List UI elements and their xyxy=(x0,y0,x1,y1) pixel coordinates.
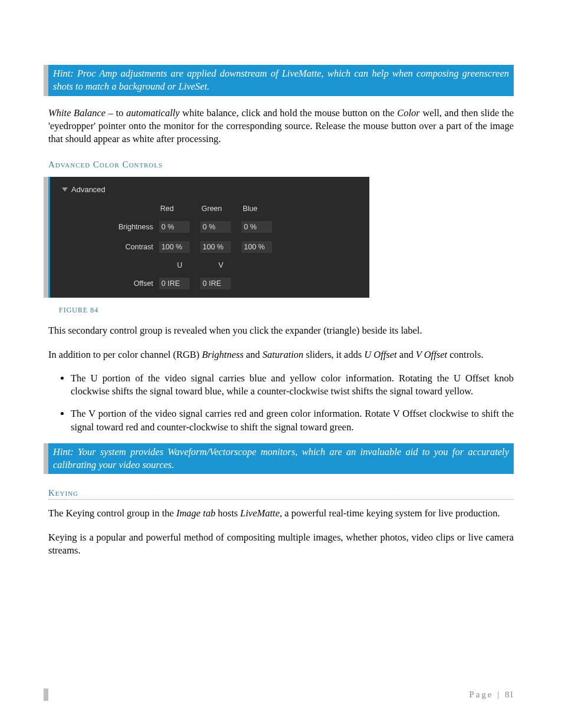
wb-lead: White Balance xyxy=(48,107,105,118)
row-brightness-label: Brightness xyxy=(56,223,159,231)
section-keying: Keying xyxy=(48,488,514,500)
hint-proc-amp: Hint: Proc Amp adjustments are applied d… xyxy=(44,65,514,96)
figure-84: Advanced Red Green Blue Brightness 0 % 0… xyxy=(44,177,514,298)
page-footer: Page | 81 xyxy=(44,689,514,701)
in-addition-paragraph: In addition to per color channel (RGB) B… xyxy=(48,348,514,361)
secondary-group-paragraph: This secondary control group is revealed… xyxy=(48,324,514,337)
col-red: Red xyxy=(159,205,200,213)
footer-page-label: Page xyxy=(469,690,493,699)
brightness-green: 0 % xyxy=(200,221,231,233)
white-balance-paragraph: White Balance – to automatically white b… xyxy=(48,107,514,146)
page: Hint: Proc Amp adjustments are applied d… xyxy=(0,0,562,728)
section-advanced-color-controls: Advanced Color Controls xyxy=(48,160,514,170)
advanced-panel-screenshot: Advanced Red Green Blue Brightness 0 % 0… xyxy=(48,177,369,298)
contrast-red: 100 % xyxy=(159,241,190,253)
offset-u: 0 IRE xyxy=(159,278,190,289)
contrast-blue: 100 % xyxy=(242,241,272,253)
uv-bullet-list: The U portion of the video signal carrie… xyxy=(48,372,514,434)
chevron-down-icon xyxy=(62,185,68,194)
advanced-expander-row: Advanced xyxy=(56,185,363,194)
offset-v: 0 IRE xyxy=(200,278,231,289)
col-green: Green xyxy=(200,205,242,213)
brightness-blue: 0 % xyxy=(242,221,272,233)
col-blue: Blue xyxy=(242,205,283,213)
svg-marker-0 xyxy=(62,187,68,192)
rgb-grid: Red Green Blue Brightness 0 % 0 % 0 % Co… xyxy=(56,205,363,289)
row-offset-label: Offset xyxy=(56,279,159,288)
bullet-v: The V portion of the video signal carrie… xyxy=(71,407,514,434)
bullet-u: The U portion of the video signal carrie… xyxy=(71,372,514,398)
brightness-red: 0 % xyxy=(159,221,190,233)
col-v: V xyxy=(200,261,242,269)
figure-caption: FIGURE 84 xyxy=(59,306,514,315)
keying-paragraph-1: The Keying control group in the Image ta… xyxy=(48,507,514,520)
advanced-label: Advanced xyxy=(71,185,105,194)
keying-paragraph-2: Keying is a popular and powerful method … xyxy=(48,531,514,558)
row-contrast-label: Contrast xyxy=(56,243,159,251)
page-number: 81 xyxy=(505,690,514,699)
col-u: U xyxy=(159,261,200,269)
hint-waveform: Hint: Your system provides Waveform/Vect… xyxy=(44,443,514,475)
contrast-green: 100 % xyxy=(200,241,231,253)
